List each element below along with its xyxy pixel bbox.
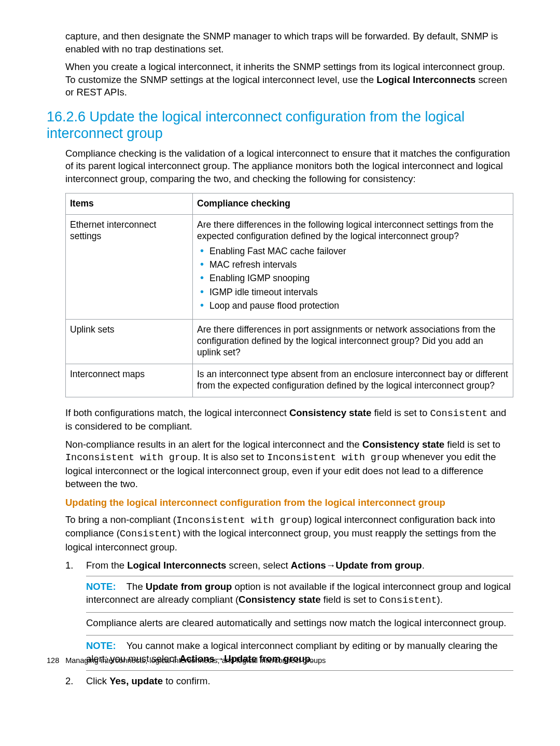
table-row: Interconnect maps Is an interconnect typ… (66, 364, 513, 397)
bold-text: Consistency state (362, 439, 444, 450)
list-item: Enabling Fast MAC cache failover (197, 245, 509, 257)
text: Click (86, 675, 109, 686)
text: Non-compliance results in an alert for t… (65, 439, 362, 450)
note-block: NOTE: The Update from group option is no… (86, 581, 513, 607)
list-item: Loop and pause flood protection (197, 300, 509, 311)
compliance-intro: Compliance checking is the validation of… (65, 147, 513, 186)
table-header-row: Items Compliance checking (66, 193, 513, 214)
text: The (127, 581, 146, 592)
divider (86, 670, 513, 671)
update-intro: To bring a non-compliant (Inconsistent w… (65, 514, 513, 554)
step-1: From the Logical Interconnects screen, s… (65, 559, 513, 671)
table-cell-checking: Is an interconnect type absent from an e… (193, 364, 513, 397)
text: field is set to (371, 407, 430, 418)
page-number: 128 (47, 656, 59, 665)
section-body: Compliance checking is the validation of… (65, 147, 513, 688)
subheading: Updating the logical interconnect config… (65, 496, 513, 509)
divider (86, 612, 513, 613)
bullet-list: Enabling Fast MAC cache failover MAC ref… (197, 245, 509, 312)
table-header-checking: Compliance checking (193, 193, 513, 214)
text: . (422, 560, 425, 571)
table-row: Ethernet interconnect settings Are there… (66, 214, 513, 319)
table-row: Uplink sets Are there differences in por… (66, 319, 513, 364)
bold-text: Logical Interconnects (127, 560, 226, 571)
steps-list: From the Logical Interconnects screen, s… (65, 559, 513, 688)
section-heading: 16.2.6 Update the logical interconnect c… (47, 108, 513, 142)
code-text: Inconsistent with group (176, 515, 309, 526)
text: . It is also set to (198, 451, 267, 462)
table-header-items: Items (66, 193, 193, 214)
code-text: Inconsistent with group (267, 452, 399, 463)
text: To bring a non-compliant ( (65, 514, 176, 525)
text: to confirm. (163, 675, 211, 686)
list-item: IGMP idle timeout intervals (197, 286, 509, 298)
bold-text: Yes, update (109, 675, 163, 686)
divider (86, 635, 513, 636)
bold-text: Update from group (335, 560, 422, 571)
divider (86, 576, 513, 576)
list-item: Enabling IGMP snooping (197, 272, 509, 284)
intro-paragraph-1: capture, and then designate the SNMP man… (65, 30, 513, 56)
note-label: NOTE: (86, 640, 116, 651)
note-label: NOTE: (86, 581, 116, 592)
list-item: MAC refresh intervals (197, 259, 509, 270)
code-text: Consistent (120, 529, 177, 540)
table-cell-checking: Are there differences in the following l… (193, 214, 513, 319)
intro-block: capture, and then designate the SNMP man… (65, 30, 513, 99)
table-cell-item: Ethernet interconnect settings (66, 214, 193, 319)
page-footer: 128Managing interconnects, logical inter… (47, 656, 326, 666)
bold-text: Consistency state (239, 594, 320, 605)
code-text: Consistent (380, 595, 437, 606)
bold-text: Update from group (146, 581, 232, 592)
table-cell-item: Uplink sets (66, 319, 193, 364)
bold-text: Logical Interconnects (376, 74, 475, 85)
bold-text: Consistency state (289, 407, 371, 418)
code-text: Inconsistent with group (65, 452, 198, 463)
arrow-icon: → (326, 560, 336, 571)
mid-paragraph: Compliance alerts are cleared automatica… (86, 617, 513, 630)
text: screen, select (226, 560, 290, 571)
text: field is set to (444, 439, 500, 450)
code-text: Consistent (430, 408, 487, 419)
footer-text: Managing interconnects, logical intercon… (65, 656, 326, 665)
table-cell-item: Interconnect maps (66, 364, 193, 397)
text: If both configurations match, the logica… (65, 407, 289, 418)
compliance-table: Items Compliance checking Ethernet inter… (65, 193, 513, 397)
table-cell-checking: Are there differences in port assignment… (193, 319, 513, 364)
text: ). (437, 594, 443, 605)
text: From the (86, 560, 127, 571)
post-table-p1: If both configurations match, the logica… (65, 407, 513, 433)
step-2: Click Yes, update to confirm. (65, 675, 513, 688)
bold-text: Actions (291, 560, 326, 571)
text: field is set to (320, 594, 379, 605)
text: Are there differences in the following l… (197, 219, 494, 241)
post-table-p2: Non-compliance results in an alert for t… (65, 438, 513, 490)
intro-paragraph-2: When you create a logical interconnect, … (65, 61, 513, 99)
document-page: capture, and then designate the SNMP man… (0, 0, 560, 688)
